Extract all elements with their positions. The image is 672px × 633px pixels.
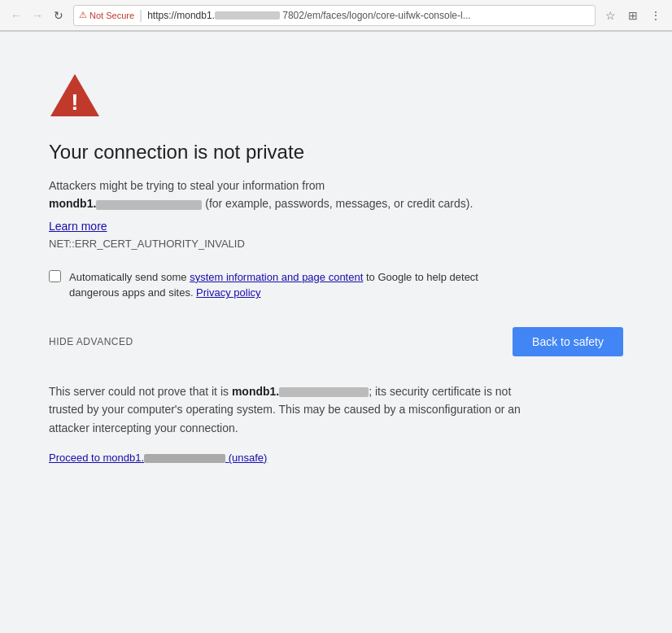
advanced-description: This server could not prove that it is m… <box>49 382 521 437</box>
svg-text:!: ! <box>71 89 78 115</box>
hide-advanced-button[interactable]: HIDE ADVANCED <box>49 336 133 347</box>
page-heading: Your connection is not private <box>49 141 623 164</box>
hostname-label: mondb1. <box>49 197 202 210</box>
page-content: ! Your connection is not private Attacke… <box>0 32 672 633</box>
nav-buttons: ← → ↻ <box>7 6 68 25</box>
bookmark-star-button[interactable]: ☆ <box>600 6 620 25</box>
error-code: NET::ERR_CERT_AUTHORITY_INVALID <box>49 238 623 250</box>
checkbox-label: Automatically send some system informati… <box>69 269 521 301</box>
browser-toolbar: ← → ↻ ⚠ Not Secure | https://mondb1. 780… <box>0 0 672 31</box>
advanced-section: This server could not prove that it is m… <box>49 382 521 465</box>
checkbox-row: Automatically send some system informati… <box>49 269 521 301</box>
send-info-checkbox[interactable] <box>49 270 61 282</box>
learn-more-link[interactable]: Learn more <box>49 220 623 233</box>
toolbar-icons: ☆ ⊞ ⋮ <box>600 6 665 25</box>
warning-triangle-graphic: ! <box>49 72 101 118</box>
warning-triangle-icon: ⚠ <box>79 10 87 20</box>
not-secure-label: Not Secure <box>89 11 134 20</box>
actions-row: HIDE ADVANCED Back to safety <box>49 327 623 356</box>
system-info-link[interactable]: system information and page content <box>190 271 363 283</box>
address-separator: | <box>139 8 142 23</box>
address-path: 7802/em/faces/logon/core-uifwk-console-l… <box>282 10 470 21</box>
back-to-safety-button[interactable]: Back to safety <box>513 327 623 356</box>
security-warning: ⚠ Not Secure <box>79 10 134 20</box>
description-text: Attackers might be trying to steal your … <box>49 177 521 213</box>
proceed-suffix: (unsafe) <box>229 452 268 464</box>
extension-button[interactable]: ⊞ <box>623 6 643 25</box>
proceed-link[interactable]: Proceed to mondb1. (unsafe) <box>49 452 267 464</box>
reload-button[interactable]: ↻ <box>49 6 68 25</box>
menu-button[interactable]: ⋮ <box>646 6 665 25</box>
checkbox-text-before: Automatically send some <box>69 271 190 283</box>
back-button[interactable]: ← <box>7 6 26 25</box>
address-bar[interactable]: ⚠ Not Secure | https://mondb1. 7802/em/f… <box>73 5 596 26</box>
address-domain: https://mondb1. <box>147 10 280 21</box>
advanced-text-pre: This server could not prove that it is <box>49 385 232 398</box>
description-line2: (for example, passwords, messages, or cr… <box>205 197 473 210</box>
browser-chrome: ← → ↻ ⚠ Not Secure | https://mondb1. 780… <box>0 0 672 32</box>
description-line1: Attackers might be trying to steal your … <box>49 179 325 192</box>
advanced-hostname: mondb1. <box>232 385 369 398</box>
proceed-prefix: Proceed to mondb1. <box>49 452 144 464</box>
proceed-blurred <box>144 454 225 463</box>
privacy-policy-link[interactable]: Privacy policy <box>196 286 260 299</box>
forward-button[interactable]: → <box>28 6 47 25</box>
address-text: https://mondb1. 7802/em/faces/logon/core… <box>147 10 590 21</box>
